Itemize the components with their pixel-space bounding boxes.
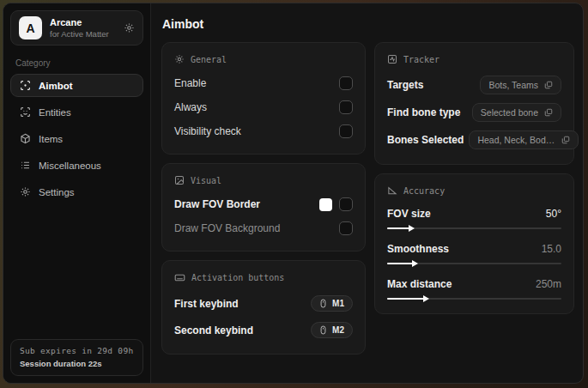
setting-label: Max distance bbox=[387, 278, 452, 290]
setting-row-first-keybind: First keybind M1 bbox=[174, 290, 353, 317]
keyboard-icon bbox=[174, 272, 185, 283]
setting-row-second-keybind: Second keybind M2 bbox=[174, 317, 353, 343]
session-duration-text: Session duration 22s bbox=[20, 359, 134, 368]
sidebar-item-label: Items bbox=[39, 134, 63, 144]
smoothness-slider-block: Smoothness 15.0 bbox=[387, 238, 561, 273]
category-label: Category bbox=[15, 58, 138, 68]
slider-value: 250m bbox=[536, 278, 561, 290]
keybind-value: M2 bbox=[332, 325, 344, 335]
app-subtitle: for Active Matter bbox=[50, 29, 116, 39]
accuracy-section: Accuracy FOV size 50° bbox=[374, 173, 574, 314]
slider-value: 15.0 bbox=[542, 243, 561, 255]
fov-size-slider[interactable] bbox=[387, 227, 561, 229]
expand-icon bbox=[561, 136, 570, 144]
section-title: Activation buttons bbox=[191, 273, 284, 282]
sidebar-item-items[interactable]: Items bbox=[10, 127, 143, 150]
tracker-section: Tracker Targets Bots, Teams bbox=[374, 42, 574, 165]
enable-checkbox[interactable] bbox=[339, 76, 353, 90]
setting-label: Find bone type bbox=[387, 106, 460, 118]
visibility-check-checkbox[interactable] bbox=[339, 124, 353, 138]
setting-row-visibility-check: Visibility check bbox=[174, 119, 353, 143]
app-identity: Arcane for Active Matter bbox=[50, 17, 116, 39]
setting-row-find-bone-type: Find bone type Selected bone bbox=[387, 99, 561, 126]
setting-row-enable: Enable bbox=[174, 71, 353, 95]
section-title: General bbox=[191, 55, 227, 64]
scan-face-icon bbox=[20, 106, 31, 118]
sidebar-item-settings[interactable]: Settings bbox=[10, 180, 143, 203]
section-title: Tracker bbox=[403, 55, 439, 64]
setting-label: First keybind bbox=[174, 298, 239, 310]
setting-label: Draw FOV Background bbox=[174, 222, 280, 234]
expand-icon bbox=[544, 81, 553, 89]
slider-thumb[interactable] bbox=[423, 295, 429, 302]
app-logo: A bbox=[19, 16, 42, 39]
setting-row-always: Always bbox=[174, 95, 353, 119]
setting-label: Second keybind bbox=[174, 324, 253, 336]
mouse-icon bbox=[318, 325, 328, 335]
fov-size-slider-block: FOV size 50° bbox=[387, 203, 561, 238]
setting-label: Targets bbox=[387, 79, 423, 91]
keybind-value: M1 bbox=[332, 299, 344, 308]
setting-label: Always bbox=[174, 101, 207, 113]
sidebar-item-miscellaneous[interactable]: Miscellaneous bbox=[10, 154, 143, 177]
first-keybind-button[interactable]: M1 bbox=[311, 295, 353, 312]
sidebar-item-entities[interactable]: Entities bbox=[10, 100, 143, 124]
expand-icon bbox=[544, 108, 553, 117]
slider-value: 50° bbox=[546, 208, 561, 220]
setting-row-fov-border: Draw FOV Border bbox=[174, 192, 353, 216]
setting-label: Bones Selected bbox=[387, 134, 464, 146]
crosshair-scan-icon bbox=[20, 80, 31, 91]
main-content: Aimbot General Enable bbox=[151, 3, 583, 383]
visual-section: Visual Draw FOV Border Draw FOV Backgrou… bbox=[161, 163, 366, 252]
section-title: Visual bbox=[191, 176, 221, 185]
fov-border-color-swatch[interactable] bbox=[319, 198, 332, 211]
gear-icon bbox=[20, 186, 31, 197]
subscription-info: Sub expires in 29d 09h Session duration … bbox=[10, 339, 143, 376]
setting-label: Smoothness bbox=[387, 243, 449, 255]
dropdown-value: Bots, Teams bbox=[488, 80, 538, 90]
setting-label: Visibility check bbox=[174, 125, 241, 137]
category-nav: Aimbot Entities bbox=[10, 74, 143, 203]
setting-row-targets: Targets Bots, Teams bbox=[387, 71, 561, 99]
bones-selected-dropdown[interactable]: Head, Neck, Body, Pe… bbox=[469, 130, 579, 149]
app-window: A Arcane for Active Matter Category bbox=[3, 3, 584, 384]
dropdown-value: Selected bone bbox=[481, 107, 538, 118]
general-section: General Enable Always Visibility check bbox=[161, 42, 366, 155]
sidebar-item-label: Entities bbox=[39, 107, 71, 118]
fov-border-checkbox[interactable] bbox=[339, 197, 353, 211]
setting-label: Draw FOV Border bbox=[174, 198, 260, 210]
activation-section: Activation buttons First keybind M1 bbox=[161, 260, 366, 355]
profile-card: A Arcane for Active Matter bbox=[10, 10, 143, 45]
max-distance-slider[interactable] bbox=[387, 298, 561, 300]
sun-icon bbox=[174, 54, 185, 64]
slider-thumb[interactable] bbox=[412, 260, 418, 267]
setting-label: Enable bbox=[174, 77, 206, 89]
app-name: Arcane bbox=[50, 17, 116, 27]
setting-label: FOV size bbox=[387, 208, 431, 220]
image-icon bbox=[174, 175, 185, 185]
sidebar: A Arcane for Active Matter Category bbox=[3, 3, 151, 383]
list-icon bbox=[20, 160, 31, 171]
activity-icon bbox=[387, 54, 397, 64]
gear-icon[interactable] bbox=[124, 22, 135, 33]
sidebar-item-label: Settings bbox=[39, 187, 75, 197]
always-checkbox[interactable] bbox=[339, 100, 353, 114]
setting-row-fov-background: Draw FOV Background bbox=[174, 216, 353, 240]
angle-icon bbox=[387, 185, 397, 196]
targets-dropdown[interactable]: Bots, Teams bbox=[480, 76, 561, 94]
dropdown-value: Head, Neck, Body, Pe… bbox=[477, 135, 555, 145]
page-title: Aimbot bbox=[162, 17, 574, 31]
max-distance-slider-block: Max distance 250m bbox=[387, 273, 561, 303]
find-bone-type-dropdown[interactable]: Selected bone bbox=[472, 103, 561, 122]
sidebar-item-aimbot[interactable]: Aimbot bbox=[10, 74, 143, 97]
cube-icon bbox=[20, 133, 31, 144]
sidebar-item-label: Miscellaneous bbox=[39, 161, 101, 171]
fov-background-checkbox[interactable] bbox=[339, 221, 353, 235]
smoothness-slider[interactable] bbox=[387, 263, 561, 264]
second-keybind-button[interactable]: M2 bbox=[311, 322, 353, 338]
mouse-icon bbox=[318, 299, 328, 308]
sub-expiry-text: Sub expires in 29d 09h bbox=[20, 346, 134, 355]
setting-row-bones-selected: Bones Selected Head, Neck, Body, Pe… bbox=[387, 126, 561, 154]
section-title: Accuracy bbox=[403, 186, 445, 196]
slider-thumb[interactable] bbox=[409, 225, 415, 232]
